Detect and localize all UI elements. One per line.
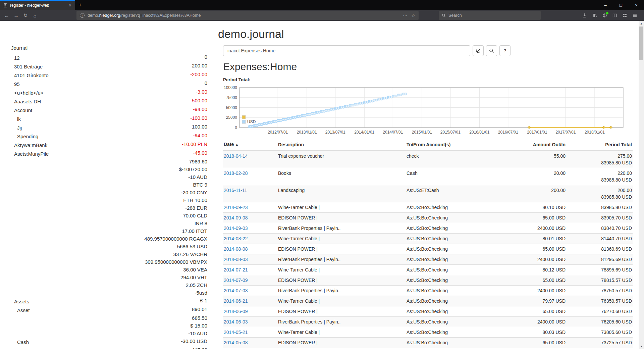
transaction-date-link[interactable]: 2014-09-23: [224, 205, 248, 210]
account-name-link[interactable]: 4101 Girokonto: [11, 70, 85, 79]
transaction-date-link[interactable]: 2014-09-08: [224, 215, 248, 220]
account-cell: Cash: [406, 168, 500, 185]
balance-amount: -10 AUD: [85, 330, 207, 337]
transaction-date-link[interactable]: 2014-05-08: [224, 340, 248, 345]
download-icon[interactable]: [580, 11, 590, 20]
minimize-button[interactable]: –: [598, 0, 613, 10]
menu-icon[interactable]: [630, 11, 640, 20]
account-name-link[interactable]: Account: [11, 105, 85, 113]
close-button[interactable]: ×: [629, 0, 644, 10]
period-total-cell: 73725.57 USD: [566, 338, 633, 348]
search-submit-button[interactable]: [486, 45, 497, 56]
bookmark-star-icon[interactable]: ☆: [411, 13, 415, 18]
account-name-link[interactable]: Spending: [11, 131, 85, 140]
forward-button[interactable]: →: [11, 11, 21, 20]
clear-filter-button[interactable]: [473, 45, 484, 56]
url-bar[interactable]: i demo.hledger.org/register?q=inacct%3AE…: [76, 11, 419, 20]
account-name-link[interactable]: Cash: [11, 313, 85, 345]
transaction-date-link[interactable]: 2014-08-08: [224, 246, 248, 252]
period-total-cell: 78895.69 USD: [566, 265, 633, 275]
register-row: 2014-06-21Wine-Tarner Cable |As:US:Bo:Ch…: [223, 296, 633, 306]
period-total-cell: 220.0083985.80 USD: [566, 168, 633, 185]
transaction-date-link[interactable]: 2014-07-21: [224, 267, 248, 272]
transaction-date-link[interactable]: 2014-07-03: [224, 288, 248, 293]
register-row: 2014-08-22Wine-Tarner Cable |As:US:Bo:Ch…: [223, 234, 633, 244]
svg-text:2013/01/01: 2013/01/01: [297, 130, 317, 135]
description-cell: Wine-Tarner Cable |: [277, 327, 406, 338]
balance-amount: -200.00: [85, 70, 207, 78]
register-row: 2014-09-23Wine-Tarner Cable |As:US:Bo:Ch…: [223, 202, 633, 213]
account-cell: As:US:Bo:Checking: [406, 275, 500, 286]
tab-close-icon[interactable]: ×: [68, 3, 72, 8]
transaction-date-link[interactable]: 2014-08-22: [224, 236, 248, 241]
account-balance: -100.00: [85, 113, 207, 122]
date-cell: 2014-05-08: [223, 338, 277, 348]
account-name-link[interactable]: Asets:MunyPile: [11, 148, 85, 157]
sidebar-journal-link[interactable]: Journal: [11, 44, 207, 52]
back-button[interactable]: ←: [2, 11, 11, 20]
column-header-date[interactable]: Date▲: [223, 139, 277, 151]
home-button[interactable]: ⌂: [30, 11, 40, 20]
account-row: <u>hello</u>-3.00: [11, 87, 207, 96]
account-name-link[interactable]: Assets: [11, 157, 85, 305]
scrollbar-thumb[interactable]: [639, 27, 643, 60]
scroll-down-arrow-icon[interactable]: ▼: [639, 344, 644, 349]
account-row: lk-100.00: [11, 113, 207, 122]
account-name-link[interactable]: 12: [11, 52, 85, 61]
account-name-link[interactable]: lk: [11, 113, 85, 122]
chart-title: Period Total:: [223, 77, 251, 82]
transaction-date-link[interactable]: 2018-02-28: [224, 170, 248, 176]
amount-cell: 65.00 USD: [500, 244, 566, 254]
page-actions-icon[interactable]: ⋯: [403, 13, 407, 18]
account-cell: As:US:Bo:Checking: [406, 265, 500, 275]
transaction-date-link[interactable]: 2014-07-09: [224, 278, 248, 283]
transaction-date-link[interactable]: 2014-06-21: [224, 298, 248, 304]
balance-amount: 309.950000000000 VBMPX: [85, 258, 207, 266]
transaction-date-link[interactable]: 2014-08-03: [224, 257, 248, 262]
extension-icon[interactable]: [600, 11, 610, 20]
apps-icon[interactable]: [620, 11, 630, 20]
date-cell: 2014-09-03: [223, 223, 277, 234]
clear-filter-icon: [476, 48, 481, 53]
balance-amount: 0: [85, 53, 207, 61]
transaction-date-link[interactable]: 2014-06-03: [224, 319, 248, 325]
account-name-link[interactable]: 301 Beiträge: [11, 61, 85, 70]
browser-toolbar: ← → ↻ ⌂ i demo.hledger.org/register?q=in…: [0, 10, 644, 21]
transaction-date-link[interactable]: 2016-11-11: [224, 188, 247, 193]
amount-cell: 2400.00 USD: [500, 317, 566, 327]
balance-amount: 7989.60: [85, 158, 207, 165]
scroll-up-arrow-icon[interactable]: ▲: [639, 21, 644, 26]
legend-swatch-usd: [242, 120, 246, 123]
transaction-date-link[interactable]: 2014-05-21: [224, 330, 248, 335]
sidebar-toggle-icon[interactable]: [610, 11, 620, 20]
period-total-cell: 83840.70 USD: [566, 223, 633, 234]
reload-button[interactable]: ↻: [21, 11, 30, 20]
account-name-link[interactable]: Aktywa:mBank: [11, 140, 85, 148]
account-name-link[interactable]: Aaasets:DH: [11, 96, 85, 105]
date-cell: 2014-08-03: [223, 254, 277, 265]
account-name-link[interactable]: Asset: [11, 305, 85, 313]
description-cell: RiverBank Properties | Payin..: [277, 317, 406, 327]
description-cell: Trial expense voucher: [277, 151, 406, 168]
site-info-icon[interactable]: i: [80, 13, 85, 18]
account-balance: 0: [85, 52, 207, 61]
library-icon[interactable]: [590, 11, 600, 20]
transaction-date-link[interactable]: 2014-09-03: [224, 226, 248, 231]
account-name-link[interactable]: <u>hello</u>: [11, 87, 85, 96]
browser-tab[interactable]: register - hledger-web ×: [0, 0, 75, 10]
new-tab-button[interactable]: +: [75, 0, 85, 10]
account-name-link[interactable]: Jij: [11, 122, 85, 131]
transaction-date-link[interactable]: 2014-06-09: [224, 309, 248, 314]
maximize-button[interactable]: □: [613, 0, 629, 10]
account-name-link[interactable]: 95: [11, 79, 85, 87]
description-cell: Wine-Tarner Cable |: [277, 296, 406, 306]
transaction-date-link[interactable]: 2018-04-14: [224, 153, 248, 159]
help-button[interactable]: ?: [499, 45, 511, 56]
svg-text:2018/01/01: 2018/01/01: [585, 130, 605, 135]
account-balance: 890.01: [85, 305, 207, 313]
page-scrollbar[interactable]: ▲ ▼: [639, 21, 644, 349]
query-input[interactable]: [223, 45, 470, 56]
period-total-cell: 78750.57 USD: [566, 286, 633, 296]
browser-search-field[interactable]: Search: [439, 11, 541, 20]
date-cell: 2014-07-03: [223, 286, 277, 296]
